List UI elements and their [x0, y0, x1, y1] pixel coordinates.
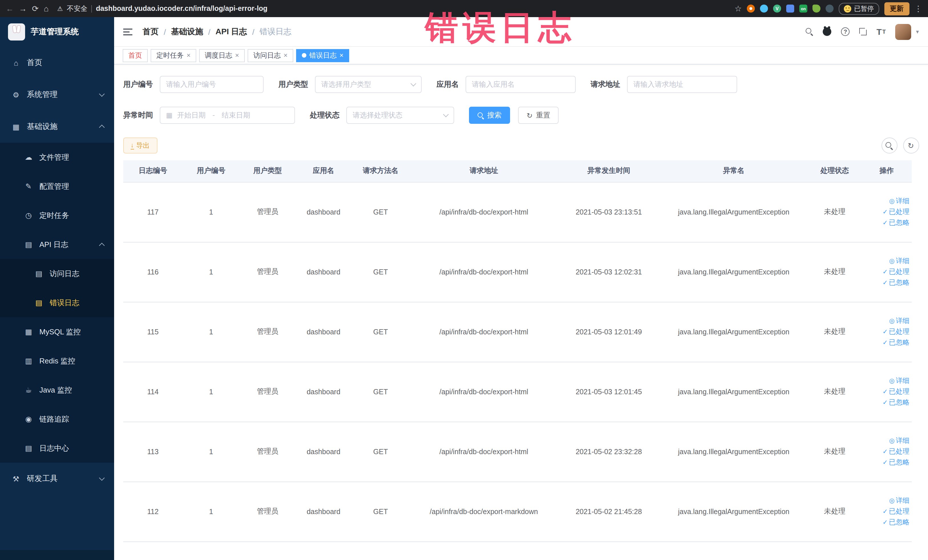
processed-link[interactable]: ✓已处理 — [864, 506, 910, 517]
home-icon[interactable]: ⌂ — [44, 5, 49, 12]
address-bar[interactable]: ⚠ 不安全 dashboard.yudao.iocoder.cn/infra/l… — [53, 4, 729, 14]
breadcrumb-separator: / — [164, 27, 166, 36]
tab-job[interactable]: 定时任务× — [151, 49, 196, 62]
sidebar-item-label: 研发工具 — [27, 473, 58, 484]
paused-badge[interactable]: 已暂停 — [839, 3, 879, 15]
extension-grid-icon[interactable] — [786, 5, 794, 12]
col-exception-time: 异常发生时间 — [558, 160, 659, 182]
col-exception-name: 异常名 — [659, 160, 808, 182]
extension-orange-icon[interactable] — [747, 5, 755, 12]
processed-link[interactable]: ✓已处理 — [864, 267, 910, 277]
sidebar-item-trace[interactable]: ◉ 链路追踪 — [0, 404, 114, 433]
sidebar-item-redis[interactable]: ▥ Redis 监控 — [0, 346, 114, 375]
processed-link[interactable]: ✓已处理 — [864, 206, 910, 217]
search-icon[interactable] — [806, 28, 813, 35]
request-url-input[interactable] — [627, 76, 737, 93]
cell-app-name: dashboard — [296, 302, 351, 362]
exception-time-range-picker[interactable]: ▦ 开始日期 - 结束日期 — [160, 107, 295, 124]
detail-link[interactable]: ◎详细 — [864, 196, 910, 206]
update-button[interactable]: 更新 — [884, 2, 909, 15]
tab-schedule-log[interactable]: 调度日志× — [199, 49, 245, 62]
ignored-link[interactable]: ✓已忽略 — [864, 397, 910, 408]
ignored-link[interactable]: ✓已忽略 — [864, 337, 910, 348]
app-logo[interactable]: 芋道管理系统 — [0, 17, 114, 47]
browser-menu-icon[interactable]: ⋮ — [914, 5, 922, 12]
detail-link[interactable]: ◎详细 — [864, 256, 910, 267]
sidebar-item-access-log[interactable]: ▤ 访问日志 — [0, 259, 114, 288]
filter-row-2: 异常时间 ▦ 开始日期 - 结束日期 处理状态 请选择处理状态 — [123, 107, 919, 124]
sidebar-item-system[interactable]: ⚙ 系统管理 — [0, 79, 114, 111]
breadcrumb-item-api-log[interactable]: API 日志 — [216, 26, 247, 37]
tab-access-log[interactable]: 访问日志× — [247, 49, 293, 62]
hamburger-icon[interactable] — [123, 28, 132, 35]
extension-leaf-icon[interactable] — [812, 5, 820, 12]
sidebar-item-job[interactable]: ◷ 定时任务 — [0, 201, 114, 230]
close-icon[interactable]: × — [186, 52, 191, 59]
check-icon: ✓ — [883, 339, 888, 346]
process-status-select[interactable]: 请选择处理状态 — [346, 107, 454, 124]
sidebar-background — [0, 495, 114, 550]
user-id-input[interactable] — [160, 76, 264, 93]
ignored-link[interactable]: ✓已忽略 — [864, 517, 910, 528]
export-button[interactable]: ↓导出 — [123, 137, 157, 154]
sidebar-item-config[interactable]: ✎ 配置管理 — [0, 172, 114, 201]
vue-devtools-icon[interactable]: V — [773, 5, 781, 12]
table-row: 116 1 管理员 dashboard GET /api/infra/db-do… — [123, 242, 912, 302]
help-icon[interactable]: ? — [841, 27, 850, 36]
processed-link[interactable]: ✓已处理 — [864, 386, 910, 397]
sidebar-item-mysql[interactable]: ▦ MySQL 监控 — [0, 317, 114, 346]
processed-link[interactable]: ✓已处理 — [864, 446, 910, 457]
cell-user-type: 管理员 — [240, 482, 296, 542]
breadcrumb-item-home[interactable]: 首页 — [143, 26, 159, 37]
ignored-link[interactable]: ✓已忽略 — [864, 277, 910, 288]
ignored-link[interactable]: ✓已忽略 — [864, 457, 910, 468]
detail-link[interactable]: ◎详细 — [864, 316, 910, 327]
check-icon: ✓ — [883, 388, 888, 395]
refresh-icon: ↻ — [527, 111, 533, 119]
back-icon[interactable]: ← — [6, 5, 14, 12]
cell-app-name: dashboard — [296, 422, 351, 482]
detail-link[interactable]: ◎详细 — [864, 435, 910, 446]
extension-paw-icon[interactable] — [826, 5, 833, 12]
user-type-select[interactable]: 请选择用户类型 — [315, 76, 422, 93]
reset-button[interactable]: ↻重置 — [518, 107, 559, 124]
smiley-ext-icon — [844, 5, 851, 12]
forward-icon[interactable]: → — [19, 5, 27, 12]
bookmark-star-icon[interactable]: ☆ — [734, 5, 742, 12]
toggle-search-button[interactable] — [881, 137, 897, 154]
sidebar-item-home[interactable]: ⌂ 首页 — [0, 47, 114, 79]
search-button[interactable]: 搜索 — [469, 107, 510, 124]
close-icon[interactable]: × — [235, 52, 239, 59]
github-icon[interactable] — [823, 27, 831, 36]
sidebar-item-log-center[interactable]: ▤ 日志中心 — [0, 433, 114, 463]
cell-method: GET — [351, 482, 410, 542]
user-menu-caret-icon[interactable]: ▾ — [916, 29, 919, 35]
sidebar-item-file[interactable]: ☁ 文件管理 — [0, 143, 114, 172]
screen: ← → ⟳ ⌂ ⚠ 不安全 dashboard.yudao.iocoder.cn… — [0, 0, 928, 560]
breadcrumb-item-infra[interactable]: 基础设施 — [171, 26, 203, 37]
ignored-link[interactable]: ✓已忽略 — [864, 217, 910, 228]
sidebar-item-error-log[interactable]: ▤ 错误日志 — [0, 288, 114, 317]
extension-drop-icon[interactable] — [760, 5, 768, 12]
font-size-icon[interactable]: TT — [876, 27, 886, 37]
close-icon[interactable]: × — [339, 52, 343, 59]
error-log-table: 日志编号 用户编号 用户类型 应用名 请求方法名 请求地址 异常发生时间 异常名… — [123, 160, 912, 542]
refresh-button[interactable]: ↻ — [903, 137, 919, 154]
tab-home[interactable]: 首页 — [123, 49, 148, 62]
extension-on-icon[interactable]: on — [799, 5, 807, 12]
sidebar-item-infra[interactable]: ▦ 基础设施 — [0, 111, 114, 143]
sidebar-item-api-log[interactable]: ▤ API 日志 — [0, 230, 114, 259]
chevron-down-icon — [443, 111, 449, 117]
tab-error-log[interactable]: 错误日志× — [296, 49, 349, 62]
fullscreen-icon[interactable] — [859, 28, 867, 35]
sidebar-item-java[interactable]: ☕ Java 监控 — [0, 375, 114, 404]
app-name-input[interactable] — [466, 76, 576, 93]
col-app-name: 应用名 — [296, 160, 351, 182]
detail-link[interactable]: ◎详细 — [864, 375, 910, 386]
reload-icon[interactable]: ⟳ — [32, 5, 38, 12]
user-avatar[interactable] — [896, 24, 911, 40]
detail-link[interactable]: ◎详细 — [864, 495, 910, 506]
close-icon[interactable]: × — [284, 52, 288, 59]
processed-link[interactable]: ✓已处理 — [864, 327, 910, 337]
sidebar-item-dev-tools[interactable]: ⚒ 研发工具 — [0, 463, 114, 495]
